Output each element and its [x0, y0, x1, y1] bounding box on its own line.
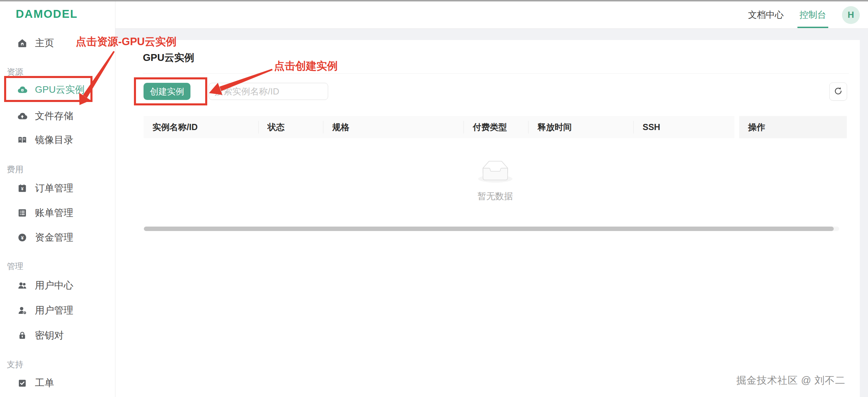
- keypair-lock-icon: [17, 330, 27, 341]
- home-icon: [17, 38, 27, 48]
- horizontal-scrollbar-track: [144, 227, 839, 231]
- nav-console[interactable]: 控制台: [799, 9, 826, 21]
- horizontal-scrollbar-thumb[interactable]: [144, 227, 834, 231]
- search-input[interactable]: [209, 83, 328, 100]
- top-header: 文档中心 控制台 H: [115, 1, 868, 29]
- sidebar-item-orders[interactable]: ¥ 订单管理: [0, 179, 115, 198]
- funds-icon: ¥: [17, 232, 27, 243]
- bill-icon: [17, 208, 27, 218]
- sidebar-item-label: 资金管理: [35, 231, 73, 244]
- refresh-button[interactable]: [829, 82, 847, 101]
- col-spec: 规格: [323, 116, 464, 138]
- sidebar-item-label: 工单: [35, 376, 54, 389]
- table-header-row: 实例名称/ID 状态 规格 付费类型 释放时间 SSH 操作: [144, 116, 847, 138]
- app-window: DAMODEL 主页 资源 GPU云实例 文件存储 镜像目录: [0, 0, 868, 397]
- sidebar-section-support: 支持: [7, 359, 23, 370]
- brand-logo: DAMODEL: [16, 8, 78, 21]
- fixed-column-gap: [734, 116, 739, 138]
- col-release-time: 释放时间: [529, 116, 634, 138]
- cloud-upload-icon: [17, 111, 27, 121]
- create-instance-button[interactable]: 创建实例: [144, 83, 190, 100]
- sidebar-item-label: 文件存储: [35, 110, 73, 123]
- col-billing-type: 付费类型: [464, 116, 529, 138]
- sidebar-section-management: 管理: [7, 261, 23, 272]
- sidebar-item-gpu-instances[interactable]: GPU云实例: [0, 80, 115, 99]
- col-actions: 操作: [739, 116, 847, 138]
- empty-text: 暂无数据: [478, 190, 513, 202]
- col-status: 状态: [259, 116, 323, 138]
- image-catalog-icon: [17, 135, 27, 145]
- annotation-sidebar-tip: 点击资源-GPU云实例: [76, 35, 177, 49]
- sidebar-item-image-catalog[interactable]: 镜像目录: [0, 130, 115, 150]
- sidebar-item-label: 主页: [35, 37, 54, 50]
- sidebar-item-label: 镜像目录: [35, 133, 73, 146]
- nav-doc-center[interactable]: 文档中心: [748, 9, 784, 21]
- refresh-icon: [833, 86, 843, 97]
- title-divider: [143, 73, 849, 74]
- ticket-icon: [17, 378, 27, 388]
- annotation-create-tip: 点击创建实例: [274, 59, 338, 73]
- sidebar-item-funds[interactable]: ¥ 资金管理: [0, 228, 115, 247]
- sidebar-item-ticket[interactable]: 工单: [0, 373, 115, 393]
- sidebar-section-resources: 资源: [7, 66, 23, 77]
- col-instance-name: 实例名称/ID: [144, 116, 259, 138]
- svg-text:¥: ¥: [21, 235, 24, 241]
- sidebar-item-bills[interactable]: 账单管理: [0, 203, 115, 222]
- col-ssh: SSH: [634, 116, 734, 138]
- sidebar-item-user-center[interactable]: 用户中心: [0, 276, 115, 295]
- order-icon: ¥: [17, 183, 27, 193]
- sidebar-item-label: 账单管理: [35, 206, 73, 219]
- empty-state: 暂无数据: [144, 161, 847, 202]
- sidebar-item-keypair[interactable]: 密钥对: [0, 326, 115, 345]
- user-manage-icon: [17, 305, 27, 316]
- sidebar-item-user-management[interactable]: 用户管理: [0, 301, 115, 320]
- sidebar-item-file-storage[interactable]: 文件存储: [0, 106, 115, 126]
- sidebar-item-label: GPU云实例: [35, 83, 85, 96]
- page-title: GPU云实例: [143, 51, 194, 65]
- main-area: GPU云实例 创建实例 实例名称/ID 状态 规格: [115, 29, 868, 397]
- watermark: 掘金技术社区 @ 刘不二: [736, 374, 845, 387]
- sidebar-item-label: 用户管理: [35, 304, 73, 317]
- user-center-icon: [17, 280, 27, 291]
- svg-text:¥: ¥: [21, 187, 24, 191]
- empty-box-icon: [478, 161, 512, 184]
- search-group: [209, 83, 328, 100]
- sidebar-item-label: 订单管理: [35, 182, 73, 195]
- sidebar-item-label: 密钥对: [35, 329, 64, 342]
- content-card: GPU云实例 创建实例 实例名称/ID 状态 规格: [115, 40, 860, 397]
- sidebar-item-label: 用户中心: [35, 279, 73, 292]
- gpu-cloud-icon: [17, 85, 27, 95]
- sidebar-section-billing: 费用: [7, 164, 23, 175]
- sidebar: DAMODEL 主页 资源 GPU云实例 文件存储 镜像目录: [0, 1, 115, 397]
- avatar[interactable]: H: [842, 6, 860, 24]
